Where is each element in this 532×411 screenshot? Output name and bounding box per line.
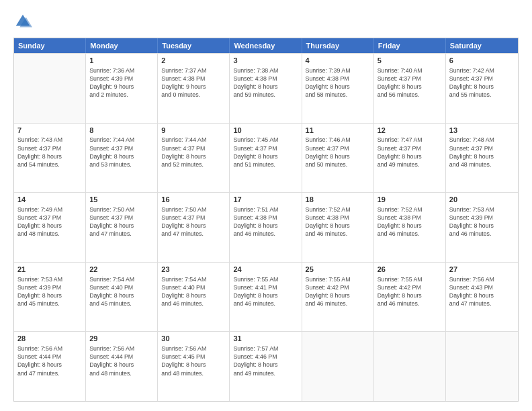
cal-header-sunday: Sunday xyxy=(14,38,86,53)
cal-header-wednesday: Wednesday xyxy=(230,38,302,53)
cell-info: Sunrise: 7:52 AM Sunset: 4:38 PM Dayligh… xyxy=(306,205,370,238)
cal-cell: 4Sunrise: 7:39 AM Sunset: 4:38 PM Daylig… xyxy=(302,54,374,123)
cal-cell: 6Sunrise: 7:42 AM Sunset: 4:37 PM Daylig… xyxy=(446,54,518,123)
cell-info: Sunrise: 7:44 AM Sunset: 4:37 PM Dayligh… xyxy=(161,136,226,169)
cal-cell: 28Sunrise: 7:56 AM Sunset: 4:44 PM Dayli… xyxy=(14,332,86,401)
cell-info: Sunrise: 7:49 AM Sunset: 4:37 PM Dayligh… xyxy=(17,205,82,238)
cell-date: 15 xyxy=(89,195,154,205)
cal-cell: 3Sunrise: 7:38 AM Sunset: 4:38 PM Daylig… xyxy=(230,54,302,123)
cell-date: 18 xyxy=(306,195,370,205)
calendar-body: 1Sunrise: 7:36 AM Sunset: 4:39 PM Daylig… xyxy=(14,53,518,401)
cell-info: Sunrise: 7:39 AM Sunset: 4:38 PM Dayligh… xyxy=(306,66,370,99)
cell-date: 25 xyxy=(306,265,370,275)
cell-info: Sunrise: 7:36 AM Sunset: 4:39 PM Dayligh… xyxy=(89,66,154,99)
cell-date: 28 xyxy=(17,334,82,344)
cell-info: Sunrise: 7:43 AM Sunset: 4:37 PM Dayligh… xyxy=(17,136,82,169)
cal-cell: 13Sunrise: 7:48 AM Sunset: 4:37 PM Dayli… xyxy=(446,124,518,193)
cell-date: 4 xyxy=(306,56,370,66)
cell-date: 23 xyxy=(161,265,226,275)
cal-cell xyxy=(302,332,374,401)
cal-cell: 30Sunrise: 7:56 AM Sunset: 4:45 PM Dayli… xyxy=(158,332,230,401)
logo-icon xyxy=(13,12,32,31)
cal-cell: 1Sunrise: 7:36 AM Sunset: 4:39 PM Daylig… xyxy=(86,54,158,123)
cal-week-5: 28Sunrise: 7:56 AM Sunset: 4:44 PM Dayli… xyxy=(14,331,518,401)
cell-date: 27 xyxy=(449,265,515,275)
cell-date: 11 xyxy=(306,126,370,136)
cell-date: 6 xyxy=(449,56,515,66)
cal-header-tuesday: Tuesday xyxy=(158,38,230,53)
calendar: SundayMondayTuesdayWednesdayThursdayFrid… xyxy=(13,38,519,402)
cell-info: Sunrise: 7:37 AM Sunset: 4:38 PM Dayligh… xyxy=(161,66,226,99)
cal-cell xyxy=(14,54,86,123)
cell-date: 3 xyxy=(233,56,298,66)
cell-date: 31 xyxy=(233,334,298,344)
cal-cell: 26Sunrise: 7:55 AM Sunset: 4:42 PM Dayli… xyxy=(374,263,446,332)
cell-info: Sunrise: 7:56 AM Sunset: 4:44 PM Dayligh… xyxy=(17,345,82,377)
cell-info: Sunrise: 7:56 AM Sunset: 4:43 PM Dayligh… xyxy=(449,275,515,308)
cell-date: 22 xyxy=(89,265,154,275)
cal-header-thursday: Thursday xyxy=(302,38,374,53)
calendar-header-row: SundayMondayTuesdayWednesdayThursdayFrid… xyxy=(14,38,518,53)
cell-date: 30 xyxy=(161,334,226,344)
cell-date: 29 xyxy=(89,334,154,344)
cell-date: 2 xyxy=(161,56,226,66)
cell-date: 21 xyxy=(17,265,82,275)
cal-header-saturday: Saturday xyxy=(446,38,518,53)
page: SundayMondayTuesdayWednesdayThursdayFrid… xyxy=(0,0,532,411)
cell-date: 13 xyxy=(449,126,515,136)
cell-info: Sunrise: 7:44 AM Sunset: 4:37 PM Dayligh… xyxy=(89,136,154,169)
cal-cell: 10Sunrise: 7:45 AM Sunset: 4:37 PM Dayli… xyxy=(230,124,302,193)
cell-info: Sunrise: 7:48 AM Sunset: 4:37 PM Dayligh… xyxy=(449,136,515,169)
cal-cell: 5Sunrise: 7:40 AM Sunset: 4:37 PM Daylig… xyxy=(374,54,446,123)
cell-date: 20 xyxy=(449,195,515,205)
cell-info: Sunrise: 7:55 AM Sunset: 4:41 PM Dayligh… xyxy=(233,275,298,308)
cell-info: Sunrise: 7:57 AM Sunset: 4:46 PM Dayligh… xyxy=(233,345,298,377)
cal-header-monday: Monday xyxy=(86,38,158,53)
cell-date: 24 xyxy=(233,265,298,275)
cell-info: Sunrise: 7:53 AM Sunset: 4:39 PM Dayligh… xyxy=(17,275,82,308)
cal-cell: 27Sunrise: 7:56 AM Sunset: 4:43 PM Dayli… xyxy=(446,263,518,332)
cell-info: Sunrise: 7:42 AM Sunset: 4:37 PM Dayligh… xyxy=(449,66,515,99)
cal-week-3: 14Sunrise: 7:49 AM Sunset: 4:37 PM Dayli… xyxy=(14,192,518,262)
cell-info: Sunrise: 7:54 AM Sunset: 4:40 PM Dayligh… xyxy=(161,275,226,308)
cal-cell: 22Sunrise: 7:54 AM Sunset: 4:40 PM Dayli… xyxy=(86,263,158,332)
cal-cell: 17Sunrise: 7:51 AM Sunset: 4:38 PM Dayli… xyxy=(230,193,302,262)
cal-cell: 9Sunrise: 7:44 AM Sunset: 4:37 PM Daylig… xyxy=(158,124,230,193)
cal-cell: 16Sunrise: 7:50 AM Sunset: 4:37 PM Dayli… xyxy=(158,193,230,262)
cell-info: Sunrise: 7:47 AM Sunset: 4:37 PM Dayligh… xyxy=(378,136,442,169)
cal-cell: 15Sunrise: 7:50 AM Sunset: 4:37 PM Dayli… xyxy=(86,193,158,262)
cal-week-2: 7Sunrise: 7:43 AM Sunset: 4:37 PM Daylig… xyxy=(14,123,518,193)
cell-date: 19 xyxy=(378,195,442,205)
cell-info: Sunrise: 7:52 AM Sunset: 4:38 PM Dayligh… xyxy=(378,205,442,238)
cal-cell: 21Sunrise: 7:53 AM Sunset: 4:39 PM Dayli… xyxy=(14,263,86,332)
cell-date: 12 xyxy=(378,126,442,136)
cell-date: 10 xyxy=(233,126,298,136)
cal-cell xyxy=(446,332,518,401)
cal-cell: 14Sunrise: 7:49 AM Sunset: 4:37 PM Dayli… xyxy=(14,193,86,262)
cell-date: 16 xyxy=(161,195,226,205)
cell-info: Sunrise: 7:56 AM Sunset: 4:44 PM Dayligh… xyxy=(89,345,154,377)
cal-cell: 11Sunrise: 7:46 AM Sunset: 4:37 PM Dayli… xyxy=(302,124,374,193)
cell-info: Sunrise: 7:50 AM Sunset: 4:37 PM Dayligh… xyxy=(89,205,154,238)
cal-cell: 29Sunrise: 7:56 AM Sunset: 4:44 PM Dayli… xyxy=(86,332,158,401)
cal-week-1: 1Sunrise: 7:36 AM Sunset: 4:39 PM Daylig… xyxy=(14,53,518,123)
cell-info: Sunrise: 7:56 AM Sunset: 4:45 PM Dayligh… xyxy=(161,345,226,377)
cell-info: Sunrise: 7:45 AM Sunset: 4:37 PM Dayligh… xyxy=(233,136,298,169)
cal-cell: 7Sunrise: 7:43 AM Sunset: 4:37 PM Daylig… xyxy=(14,124,86,193)
cell-date: 5 xyxy=(378,56,442,66)
cell-date: 7 xyxy=(17,126,82,136)
cell-info: Sunrise: 7:38 AM Sunset: 4:38 PM Dayligh… xyxy=(233,66,298,99)
cell-date: 1 xyxy=(89,56,154,66)
cal-cell: 20Sunrise: 7:53 AM Sunset: 4:39 PM Dayli… xyxy=(446,193,518,262)
cell-info: Sunrise: 7:53 AM Sunset: 4:39 PM Dayligh… xyxy=(449,205,515,238)
logo xyxy=(13,12,35,31)
cal-header-friday: Friday xyxy=(374,38,446,53)
cell-info: Sunrise: 7:51 AM Sunset: 4:38 PM Dayligh… xyxy=(233,205,298,238)
cal-week-4: 21Sunrise: 7:53 AM Sunset: 4:39 PM Dayli… xyxy=(14,262,518,332)
cell-date: 14 xyxy=(17,195,82,205)
cal-cell: 19Sunrise: 7:52 AM Sunset: 4:38 PM Dayli… xyxy=(374,193,446,262)
cell-date: 9 xyxy=(161,126,226,136)
cell-date: 26 xyxy=(378,265,442,275)
cal-cell: 12Sunrise: 7:47 AM Sunset: 4:37 PM Dayli… xyxy=(374,124,446,193)
cal-cell: 24Sunrise: 7:55 AM Sunset: 4:41 PM Dayli… xyxy=(230,263,302,332)
